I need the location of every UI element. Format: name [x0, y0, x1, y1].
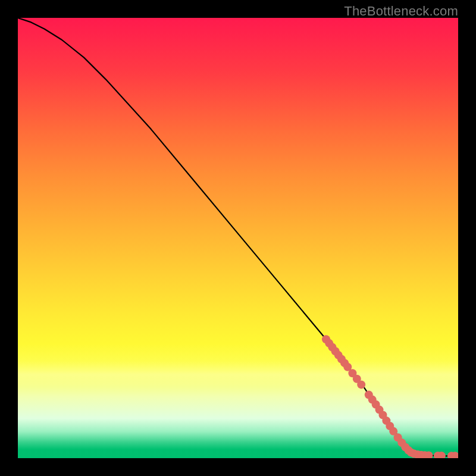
chart-frame: TheBottleneck.com [0, 0, 476, 476]
bottleneck-curve [18, 18, 458, 456]
watermark-text: TheBottleneck.com [344, 4, 458, 19]
marker-dots-layer [322, 335, 458, 458]
plot-area [18, 18, 458, 458]
chart-svg [18, 18, 458, 458]
marker-dot [357, 380, 365, 389]
